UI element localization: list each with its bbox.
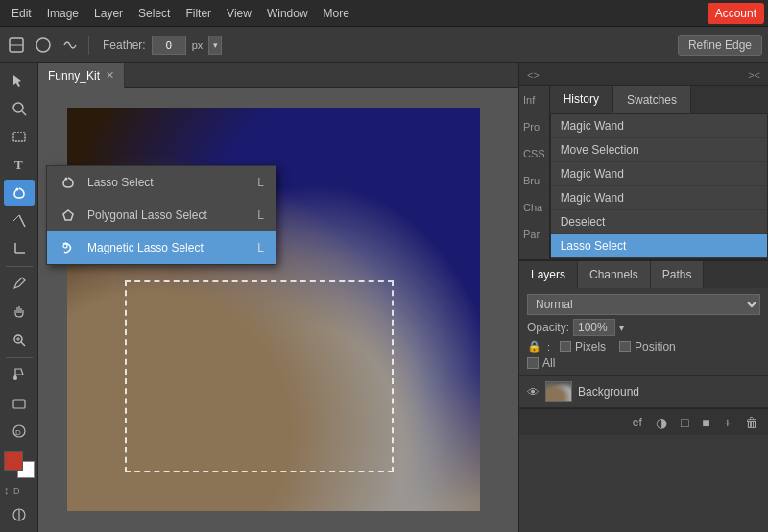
dodge-burn-btn[interactable]: D [4, 418, 35, 444]
hand-tool-btn[interactable] [4, 299, 35, 325]
canvas-viewport[interactable]: Lasso Select L Polygonal Lasso Select L … [38, 88, 518, 532]
side-label-inf[interactable]: Inf [519, 86, 549, 113]
polygonal-lasso-icon [59, 206, 78, 225]
lasso-select-shortcut: L [257, 176, 264, 189]
opacity-dropdown-arrow[interactable]: ▾ [619, 323, 624, 333]
pencil-tool-btn[interactable] [4, 271, 35, 297]
history-swatches-section: Inf Pro CSS Bru Cha Par History Swatches… [519, 86, 768, 259]
svg-point-2 [36, 38, 50, 52]
menu-image[interactable]: Image [39, 3, 86, 24]
panel-tab-row: History Swatches [550, 86, 768, 113]
tab-close-button[interactable]: ✕ [106, 69, 114, 82]
feather-unit: px [192, 39, 204, 51]
lock-icon: 🔒 [527, 340, 541, 353]
layers-group-btn[interactable]: ■ [698, 413, 713, 432]
svg-point-22 [65, 178, 68, 181]
layers-controls: Normal Multiply Screen Opacity: 100% ▾ 🔒… [519, 288, 768, 376]
blend-mode-row: Normal Multiply Screen [527, 294, 760, 315]
history-tab[interactable]: History [550, 86, 613, 113]
menu-layer[interactable]: Layer [86, 3, 131, 24]
menu-filter[interactable]: Filter [178, 3, 219, 24]
side-label-pro[interactable]: Pro [519, 113, 549, 140]
pixels-checkbox[interactable] [560, 341, 571, 352]
svg-marker-23 [63, 210, 73, 220]
svg-line-8 [19, 215, 25, 227]
layers-fx-btn[interactable]: ◑ [652, 413, 671, 432]
panel-expand-right[interactable]: >< [740, 69, 768, 81]
layer-name: Background [578, 385, 760, 399]
polygonal-lasso-item[interactable]: Polygonal Lasso Select L [47, 199, 276, 231]
panel-header-row: <> >< [519, 63, 768, 86]
left-toolbar: T D [0, 63, 38, 532]
rect-select-btn[interactable] [4, 124, 35, 150]
side-label-cha[interactable]: Cha [519, 194, 549, 221]
fg-color-swatch[interactable] [4, 451, 23, 471]
menu-window[interactable]: Window [259, 3, 316, 24]
polygonal-lasso-shortcut: L [257, 208, 264, 222]
opacity-value[interactable]: 100% [573, 319, 615, 336]
history-item-4[interactable]: Deselect [551, 210, 767, 234]
text-tool-btn[interactable]: T [4, 152, 35, 178]
pixels-label: Pixels [575, 340, 606, 353]
menu-view[interactable]: View [219, 3, 259, 24]
side-label-par[interactable]: Par [519, 221, 549, 248]
layers-new-btn[interactable]: + [720, 413, 735, 432]
tool-separator [6, 266, 33, 267]
pixels-checkbox-group[interactable]: Pixels [560, 340, 606, 353]
svg-text:↕: ↕ [4, 484, 10, 496]
layer-thumb-content [546, 382, 571, 401]
position-checkbox[interactable] [619, 341, 631, 352]
history-item-3[interactable]: Magic Wand [551, 186, 767, 210]
opacity-label: Opacity: [527, 321, 569, 334]
account-button[interactable]: Account [708, 3, 764, 24]
panel-collapse-left[interactable]: <> [519, 63, 547, 85]
switch-colors[interactable]: ↕D [4, 482, 35, 500]
eraser-btn[interactable] [4, 390, 35, 416]
magnetic-lasso-shortcut: L [257, 241, 264, 254]
feather-input[interactable] [152, 36, 186, 55]
arrow-tool-btn[interactable] [4, 67, 35, 93]
layer-item-background[interactable]: 👁 Background [519, 376, 768, 408]
history-item-0[interactable]: Magic Wand [551, 114, 767, 138]
magnetic-lasso-item[interactable]: Magnetic Lasso Select L [47, 231, 276, 264]
refine-edge-button[interactable]: Refine Edge [678, 35, 762, 56]
menu-edit[interactable]: Edit [4, 3, 39, 24]
zoom-tool-btn[interactable] [4, 326, 35, 352]
tool-option-3[interactable] [60, 35, 81, 56]
tool-option-1[interactable] [6, 35, 27, 56]
side-label-bru[interactable]: Bru [519, 167, 549, 194]
lasso-tool-btn[interactable] [4, 180, 35, 206]
all-checkbox[interactable] [527, 357, 539, 369]
quick-mask-btn[interactable] [4, 502, 35, 528]
tool-option-2[interactable] [33, 35, 54, 56]
lasso-select-item[interactable]: Lasso Select L [47, 166, 276, 199]
feather-label: Feather: [103, 38, 146, 52]
feather-dropdown[interactable]: ▾ [208, 36, 222, 55]
swatches-tab[interactable]: Swatches [613, 86, 691, 113]
layer-visibility-toggle[interactable]: 👁 [527, 385, 540, 399]
color-swatches[interactable] [4, 451, 35, 477]
layers-tab-paths[interactable]: Paths [651, 261, 705, 288]
history-item-2[interactable]: Magic Wand [551, 162, 767, 186]
layers-link-btn[interactable]: ef [629, 414, 646, 431]
tab-funny-kit[interactable]: Funny_Kit ✕ [38, 63, 125, 88]
layers-mask-btn[interactable]: □ [677, 413, 692, 432]
history-item-5[interactable]: Lasso Select [551, 234, 767, 258]
layer-thumbnail [545, 381, 572, 402]
magnify-tool-btn[interactable] [4, 95, 35, 121]
paint-bucket-btn[interactable] [4, 362, 35, 388]
wand-tool-btn[interactable] [4, 207, 35, 233]
position-checkbox-group[interactable]: Position [619, 340, 676, 353]
menu-select[interactable]: Select [131, 3, 178, 24]
side-label-css[interactable]: CSS [519, 140, 549, 167]
layers-tab-channels[interactable]: Channels [578, 261, 651, 288]
blend-mode-select[interactable]: Normal Multiply Screen [527, 294, 760, 315]
options-toolbar: Feather: px ▾ Refine Edge [0, 27, 768, 63]
layers-delete-btn[interactable]: 🗑 [741, 413, 762, 432]
crop-tool-btn[interactable] [4, 236, 35, 262]
menu-more[interactable]: More [316, 3, 357, 24]
opacity-row: Opacity: 100% ▾ [527, 319, 760, 336]
svg-rect-16 [13, 400, 25, 408]
history-item-1[interactable]: Move Selection [551, 138, 767, 162]
layers-tab-layers[interactable]: Layers [519, 261, 578, 288]
